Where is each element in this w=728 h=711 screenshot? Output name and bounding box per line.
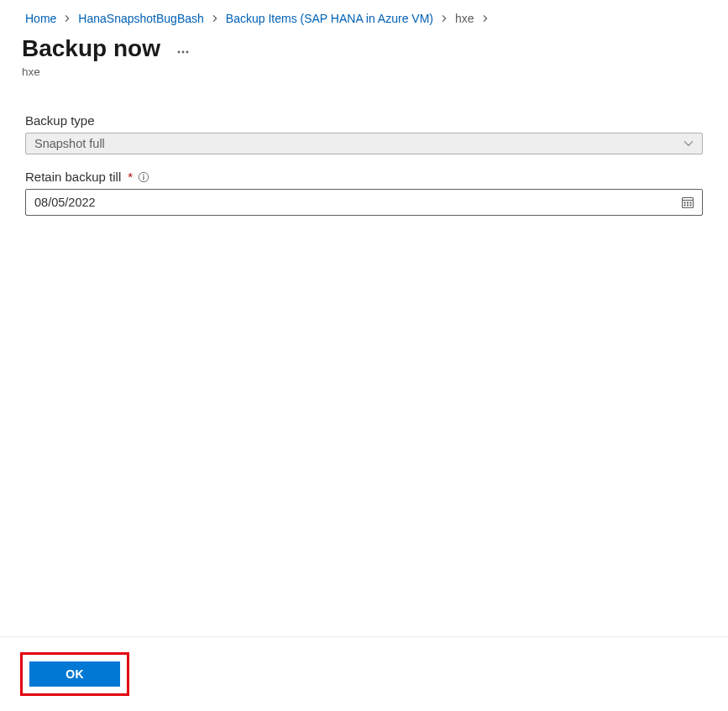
required-indicator: * (128, 170, 133, 184)
svg-point-2 (186, 50, 189, 53)
backup-type-label: Backup type (25, 113, 703, 128)
retain-backup-field: Retain backup till * (25, 170, 703, 216)
ellipsis-icon (177, 50, 189, 54)
svg-rect-5 (143, 175, 144, 179)
info-icon[interactable] (138, 171, 149, 183)
breadcrumb-link-backup-items[interactable]: Backup Items (SAP HANA in Azure VM) (223, 8, 437, 29)
svg-point-0 (178, 50, 181, 53)
svg-rect-13 (690, 205, 692, 207)
svg-rect-8 (684, 202, 686, 204)
chevron-right-icon (61, 14, 73, 23)
svg-rect-12 (687, 205, 689, 207)
retain-backup-label: Retain backup till * (25, 170, 703, 184)
backup-type-select[interactable]: Snapshot full (25, 133, 703, 154)
svg-point-1 (182, 50, 185, 53)
breadcrumb-current: hxe (452, 8, 478, 29)
breadcrumb: Home HanaSnapshotBugBash Backup Items (S… (0, 0, 728, 29)
chevron-right-icon (209, 14, 221, 23)
retain-backup-label-text: Retain backup till (25, 170, 121, 184)
ok-button[interactable]: OK (29, 661, 120, 687)
backup-type-field: Backup type Snapshot full (25, 113, 703, 154)
form-content: Backup type Snapshot full Retain backup … (0, 78, 728, 636)
breadcrumb-link-vault[interactable]: HanaSnapshotBugBash (75, 8, 207, 29)
svg-point-4 (143, 174, 144, 175)
calendar-icon[interactable] (681, 196, 694, 209)
footer-actions: OK (0, 636, 728, 711)
page-title: Backup now (22, 34, 160, 64)
more-actions-button[interactable] (172, 41, 194, 57)
svg-rect-11 (684, 205, 686, 207)
breadcrumb-link-home[interactable]: Home (22, 8, 60, 29)
retain-backup-date-input[interactable] (25, 189, 703, 216)
svg-rect-9 (687, 202, 689, 204)
chevron-right-icon (438, 14, 450, 23)
svg-rect-10 (690, 202, 692, 204)
chevron-right-icon (479, 14, 491, 23)
page-header: Backup now (0, 29, 728, 67)
page-subtitle: hxe (0, 65, 728, 78)
ok-button-highlight: OK (20, 652, 129, 696)
